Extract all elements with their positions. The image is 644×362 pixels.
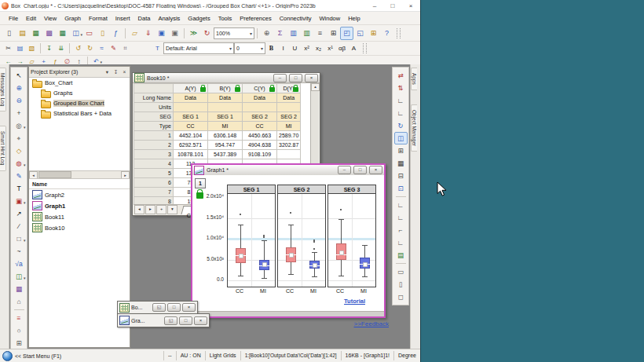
pin-button[interactable]: ↧ [112, 69, 119, 75]
list-item-book11[interactable]: Book11 [29, 211, 130, 222]
header-cell[interactable]: Data [208, 93, 243, 103]
copy-button[interactable]: ▤ [14, 42, 26, 54]
apps-gallery-button[interactable]: ⊞ [367, 27, 380, 40]
snap-to-grid-button[interactable]: ⌗ [119, 42, 131, 54]
duplicate-graph-button[interactable]: ◫ [394, 132, 408, 144]
new-folder-button[interactable]: ▤ [16, 27, 29, 40]
data-cell[interactable]: 954.747 [208, 141, 243, 150]
header-cell[interactable]: MI [277, 122, 301, 131]
graph-page[interactable]: 1 Tutorial 2.0x10⁴1.5x10⁴1.0x10⁴5.0x10³0… [192, 175, 384, 312]
digitize-image-button[interactable]: ✎ [108, 42, 119, 54]
import-wizard-button[interactable]: ⇓ [141, 27, 155, 40]
rescale-axes-button[interactable]: ⇄ [394, 69, 408, 82]
data-cell[interactable] [277, 150, 301, 159]
header-cell[interactable]: SEG 1 [208, 112, 243, 122]
screen-capture-button[interactable]: ⊕ [260, 27, 273, 40]
reimport-directly-button[interactable]: ↺ [72, 42, 84, 54]
corner-cell[interactable] [134, 84, 174, 93]
status-start-menu[interactable]: << Start Menu (F1) [15, 353, 163, 359]
exchange-xy-axes-button[interactable]: ⇅ [394, 82, 408, 94]
new-graph-button[interactable]: ◫▾ [69, 27, 82, 40]
save-window-as-button[interactable]: ▣ [168, 27, 181, 40]
book10-close-button[interactable]: × [305, 74, 318, 82]
header-cell[interactable] [243, 103, 277, 112]
dock-tab-smart-hint-log[interactable]: Smart Hint Log [0, 126, 6, 170]
increase-font-button[interactable]: A [348, 42, 360, 54]
add-left-axis-button[interactable]: ∟ [394, 199, 408, 211]
row-number[interactable]: 3 [134, 150, 174, 159]
book10-maximize-button[interactable]: □ [289, 74, 302, 82]
zoom-select[interactable]: 100%▾ [214, 27, 254, 39]
insert-equation-button[interactable]: Σ [273, 27, 287, 40]
minimize-button[interactable]: – [367, 1, 382, 11]
menu-tools[interactable]: Tools [214, 13, 236, 24]
list-item-graph2[interactable]: Graph2 [29, 189, 130, 200]
row-label-long-name[interactable]: Long Name [134, 93, 174, 103]
log-x-scale-button[interactable]: ∟ [394, 94, 408, 107]
add-bottom-axis-button[interactable]: ∟ [394, 236, 408, 249]
data-cell[interactable]: 9108.109 [243, 150, 277, 159]
region-of-interest-tool-button[interactable]: ○ [13, 324, 26, 337]
data-cell[interactable]: 2589.70 [277, 131, 301, 141]
data-cell[interactable]: 10878.101 [174, 150, 208, 159]
rectangle-tool-button[interactable]: □▾ [13, 232, 26, 245]
row-number[interactable]: 1 [134, 131, 174, 141]
pan-tool-button[interactable]: + [13, 107, 26, 119]
layer-contents-button[interactable]: ≡ [313, 27, 327, 40]
arrow-tool-button[interactable]: ↗ [13, 207, 26, 220]
batch-processing-button[interactable]: ≫ [187, 27, 200, 40]
row-label-seg[interactable]: SEG [134, 112, 174, 122]
insert-worksheet-tool-button[interactable]: ▦ [13, 283, 26, 295]
log-y-scale-button[interactable]: ∟ [394, 107, 408, 119]
restore-button[interactable]: ◱ [164, 316, 177, 325]
bold-button[interactable]: B [265, 42, 277, 54]
add-top-axis-button[interactable]: ⌐ [394, 224, 408, 236]
new-layout-button[interactable]: ▭ [82, 27, 96, 40]
header-cell[interactable]: CC [243, 122, 277, 131]
feedback-link[interactable]: >>Feedback [354, 320, 389, 327]
tree-item-statistical-bars-data[interactable]: Statistical Bars + Data [29, 108, 130, 119]
layer-tool-button[interactable]: ⊞ [13, 337, 26, 349]
project-explorer-toggle-button[interactable]: ◰ [340, 27, 353, 40]
new-xy-scaler-button[interactable]: ◻ [394, 291, 408, 303]
book10-minimize-button[interactable]: – [273, 74, 287, 82]
header-cell[interactable]: SEG 2 [277, 112, 301, 122]
tree-horizontal-scrollbar[interactable]: ◂ ▸ [29, 170, 130, 178]
column-header-a-y[interactable]: A(Y) [174, 84, 208, 93]
rerun-analysis-button[interactable]: ↻ [200, 27, 214, 40]
extract-layers-button[interactable]: ⊟ [394, 170, 408, 182]
menu-window[interactable]: Window [316, 13, 345, 24]
draw-data-tool-button[interactable]: ✎ [13, 170, 26, 182]
panel-plot-seg-1[interactable] [227, 193, 276, 287]
data-cell[interactable]: 4452.104 [174, 131, 208, 141]
insert-graph-tool-button[interactable]: ◫▾ [13, 270, 26, 283]
arrange-layers-button[interactable]: ⊞ [327, 27, 340, 40]
start-menu-icon[interactable] [2, 351, 13, 361]
header-cell[interactable]: SEG 2 [243, 112, 277, 122]
rotate-90-button[interactable]: ↻ [394, 119, 408, 132]
new-matrix-button[interactable]: ▩ [42, 27, 56, 40]
insert-excel-object-button[interactable]: ▥ [300, 27, 313, 40]
add-colormap-scale-button[interactable]: ▤ [394, 249, 408, 261]
list-item-book10[interactable]: Book10 [29, 222, 130, 233]
data-reader-tool-button[interactable]: ⌖ [13, 132, 26, 144]
underline-button[interactable]: U [289, 42, 301, 54]
header-cell[interactable] [174, 103, 208, 112]
minimized-book11-window[interactable]: Bo... ◱ □ × [117, 301, 198, 314]
graph1-title-bar[interactable]: Graph1 * – □ × [192, 165, 384, 176]
merge-graphs-button[interactable]: ▦ [394, 157, 408, 170]
insert-word-object-button[interactable]: ▥ [287, 27, 300, 40]
row-label-type[interactable]: Type [134, 122, 174, 131]
scroll-up-button[interactable]: ▲ [311, 83, 320, 91]
menu-gadgets[interactable]: Gadgets [184, 13, 214, 24]
open-button[interactable]: ▱ [128, 27, 141, 40]
graph1-window[interactable]: Graph1 * – □ × 1 Tutorial 2.0x10⁴1.5x10⁴… [191, 163, 386, 318]
close-button[interactable]: × [403, 1, 419, 11]
maximize-button[interactable]: □ [167, 303, 181, 312]
new-excel-button[interactable]: ▦ [56, 27, 69, 40]
maximize-button[interactable]: □ [385, 1, 401, 11]
data-cell[interactable]: 5437.389 [208, 150, 243, 159]
close-button[interactable]: × [194, 316, 207, 325]
row-number[interactable]: 5 [134, 169, 174, 178]
paste-button[interactable]: ▧ [26, 42, 38, 54]
